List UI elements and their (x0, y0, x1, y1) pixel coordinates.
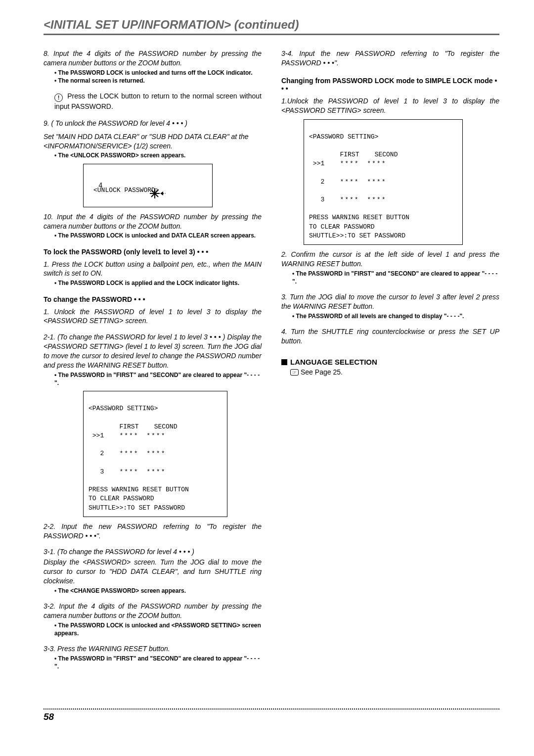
panel-title: <PASSWORD SETTING> (89, 405, 158, 412)
row2r: 2 (313, 178, 324, 186)
unlock-row-4: 4 (98, 181, 102, 191)
note-3-1: • The <CHANGE PASSWORD> screen appears. (54, 587, 262, 595)
col-second: SECOND (154, 423, 178, 430)
col-second-r: SECOND (375, 151, 398, 158)
unlock-password-screen: <UNLOCK PASSWORD> 4 (83, 164, 213, 207)
lock-subhead: To lock the PASSWORD (only level1 to lev… (44, 248, 262, 256)
step-8: 8. Input the 4 digits of the PASSWORD nu… (44, 49, 262, 68)
r3c2r: **** (367, 195, 386, 204)
manual-page: <INITIAL SET UP/INFORMATION> (continued)… (0, 0, 534, 737)
password-setting-screen-right: <PASSWORD SETTING> FIRST SECOND >>1 ****… (304, 119, 463, 245)
row2: 2 (92, 450, 104, 457)
change-step-3-3: 3-3. Press the WARNING RESET button. (44, 644, 262, 654)
info-box: ! Press the LOCK button to return to the… (54, 92, 262, 112)
r3c1: **** (119, 468, 138, 476)
panel-msg1: PRESS WARNING RESET BUTTON (89, 486, 189, 493)
r2c1: **** (119, 449, 138, 458)
note-9: • The <UNLOCK PASSWORD> screen appears. (54, 151, 262, 159)
panel-title-r: <PASSWORD SETTING> (309, 133, 378, 141)
right-column: 3-4. Input the new PASSWORD referring to… (281, 45, 499, 674)
see-page-ref: ☞See Page 25. (290, 368, 499, 376)
info-icon: ! (54, 94, 63, 102)
r1c1r: **** (340, 159, 359, 168)
page-number: 58 (44, 711, 499, 722)
page-header: <INITIAL SET UP/INFORMATION> (continued) (44, 18, 499, 35)
change-step-3-2: 3-2. Input the 4 digits of the PASSWORD … (44, 602, 262, 620)
row3: 3 (92, 468, 104, 475)
r2c2r: **** (367, 178, 386, 187)
right-step-2: 2. Confirm the cursor is at the left sid… (281, 250, 499, 269)
r3c2: **** (146, 468, 166, 476)
step-9b: Set "MAIN HDD DATA CLEAR" or "SUB HDD DA… (44, 132, 262, 151)
note-3-2: • The PASSWORD LOCK is unlocked and <PAS… (54, 621, 262, 637)
change-step-2-1: 2-1. (To change the PASSWORD for level 1… (44, 332, 262, 370)
note-3-3: • The PASSWORD in "FIRST" and "SECOND" a… (54, 655, 262, 670)
info-text: Press the LOCK button to return to the n… (54, 92, 262, 110)
see-text: See Page 25. (301, 368, 343, 376)
cursor-star-icon (111, 177, 170, 210)
row1r: >>1 (313, 160, 324, 167)
row3r: 3 (313, 196, 324, 203)
password-setting-screen-left: <PASSWORD SETTING> FIRST SECOND >>1 ****… (83, 391, 227, 517)
right-step-1: 1.Unlock the PASSWORD of level 1 to leve… (281, 96, 499, 115)
right-note-2: • The PASSWORD in "FIRST" and "SECOND" a… (292, 270, 499, 285)
right-step-3: 3. Turn the JOG dial to move the cursor … (281, 292, 499, 311)
panel-msg3r: SHUTTLE>>:TO SET PASSWORD (309, 232, 405, 239)
col-first-r: FIRST (340, 151, 359, 158)
r1c1: **** (119, 431, 138, 440)
language-section-heading: LANGUAGE SELECTION (281, 358, 499, 366)
change-step-3-1: 3-1. (To change the PASSWORD for level 4… (44, 547, 262, 557)
lock-step-1: 1. Press the LOCK button using a ballpoi… (44, 260, 262, 279)
panel-msg2: TO CLEAR PASSWORD (89, 495, 154, 502)
step-9: 9. ( To unlock the PASSWORD for level 4 … (44, 119, 262, 128)
col-first: FIRST (119, 423, 138, 430)
note-2-1: • The PASSWORD in "FIRST" and "SECOND" a… (54, 371, 262, 387)
r1c2r: **** (367, 159, 386, 168)
pointer-icon: ☞ (290, 369, 299, 376)
r3c1r: **** (340, 195, 359, 204)
r2c2: **** (146, 449, 166, 458)
right-note-3: • The PASSWORD of all levels are changed… (292, 312, 499, 320)
lock-note: • The PASSWORD LOCK is applied and the L… (54, 279, 262, 287)
change-subhead: To change the PASSWORD • • • (44, 295, 262, 303)
language-heading-text: LANGUAGE SELECTION (290, 358, 377, 366)
left-column: 8. Input the 4 digits of the PASSWORD nu… (44, 45, 262, 674)
simple-lock-subhead: Changing from PASSWORD LOCK mode to SIMP… (281, 77, 499, 93)
right-step-4: 4. Turn the SHUTTLE ring counterclockwis… (281, 327, 499, 346)
two-column-layout: 8. Input the 4 digits of the PASSWORD nu… (44, 45, 499, 674)
step-3-4: 3-4. Input the new PASSWORD referring to… (281, 49, 499, 68)
panel-msg3: SHUTTLE>>:TO SET PASSWORD (89, 504, 185, 512)
panel-msg1r: PRESS WARNING RESET BUTTON (309, 214, 409, 221)
panel-msg2r: TO CLEAR PASSWORD (309, 223, 375, 231)
change-step-1: 1. Unlock the PASSWORD of level 1 to lev… (44, 307, 262, 326)
square-bullet-icon (281, 359, 287, 365)
r2c1r: **** (340, 178, 359, 187)
note-8b: • The normal screen is returned. (54, 77, 262, 85)
r1c2: **** (146, 431, 166, 440)
row1: >>1 (92, 432, 104, 439)
dotted-separator (44, 709, 499, 709)
change-step-2-2: 2-2. Input the new PASSWORD referring to… (44, 522, 262, 541)
change-step-3-1b: Display the <PASSWORD> screen. Turn the … (44, 558, 262, 586)
note-8a: • The PASSWORD LOCK is unlocked and turn… (54, 69, 262, 77)
